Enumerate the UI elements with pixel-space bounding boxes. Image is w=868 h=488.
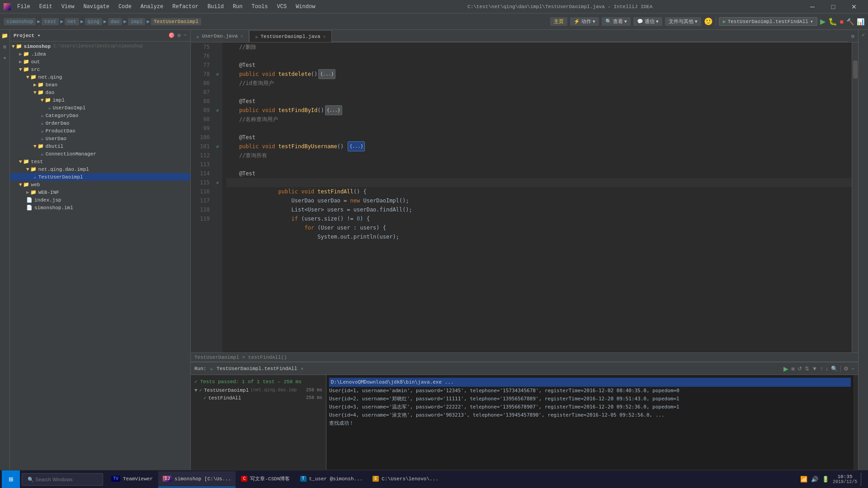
editor-settings-icon[interactable]: ⚙	[848, 30, 858, 42]
tree-item-root[interactable]: ▼ 📁 simonshop C:\Users\lenovo\Desktop\si…	[10, 42, 190, 50]
debug-btn[interactable]: 🐛	[828, 17, 837, 26]
act-favorites[interactable]: ★	[1, 53, 9, 61]
tree-item-webinf[interactable]: ▶ 📁 WEB-INF	[10, 188, 190, 196]
tree-item-src[interactable]: ▼ 📁 src	[10, 66, 190, 73]
menu-tools[interactable]: Tools	[249, 3, 271, 11]
run-close-tab[interactable]: ✕	[301, 366, 303, 371]
btn-zhuye[interactable]: 主页	[550, 17, 567, 26]
build-btn[interactable]: 🔨	[846, 18, 854, 25]
code-line-99	[226, 124, 852, 133]
sidebar-collapse-icon[interactable]: −	[184, 32, 187, 39]
run-config-selector[interactable]: ▶ TestUserDaoimpl.testFindAll ▾	[719, 17, 817, 26]
btn-action[interactable]: ⚡ 动作 ▾	[570, 17, 599, 26]
tree-item-dbutil[interactable]: ▼ 📁 dbutil	[10, 142, 190, 150]
sidebar-settings-icon[interactable]: ⚙	[178, 32, 181, 39]
tree-item-indexjsp[interactable]: 📄 index.jsp	[10, 196, 190, 204]
btn-files[interactable]: 文件与其他 ▾	[665, 17, 701, 26]
taskbar-item-tuser[interactable]: T t_user @simonsh...	[296, 471, 368, 488]
run-settings-btn[interactable]: ⚙	[844, 366, 849, 372]
menu-build[interactable]: Build	[205, 3, 226, 11]
start-button[interactable]: ⊞	[2, 470, 20, 488]
window-maximize[interactable]: □	[823, 0, 844, 14]
tree-item-test[interactable]: ▼ 📁 test	[10, 158, 190, 165]
btn-view[interactable]: 🔍 查看 ▾	[602, 17, 631, 26]
tray-network-icon[interactable]: 📶	[800, 476, 807, 483]
tree-item-web[interactable]: ▼ 📁 web	[10, 181, 190, 188]
window-close[interactable]: ✕	[844, 0, 864, 14]
tree-item-bean[interactable]: ▶ 📁 bean	[10, 81, 190, 89]
stop-btn[interactable]: ■	[840, 18, 844, 25]
menu-navigate[interactable]: Navigate	[80, 3, 112, 11]
tab-testuserdao-close[interactable]: ✕	[323, 34, 326, 39]
tab-userdao-close[interactable]: ✕	[241, 33, 243, 39]
sidebar-locate-icon[interactable]: 🎯	[168, 32, 175, 39]
run-pass-icon-2: ✓	[203, 395, 207, 401]
nav-dao[interactable]: dao	[108, 18, 123, 25]
window-minimize[interactable]: ─	[802, 0, 823, 14]
run-import-btn[interactable]: ↓	[826, 366, 828, 372]
nav-file[interactable]: TestUserDaoimpl	[151, 18, 201, 25]
taskbar-item-csdn[interactable]: C 写文章-CSDN博客	[236, 471, 294, 488]
console-scrollbar[interactable]	[854, 375, 858, 470]
nav-test[interactable]: test	[42, 18, 59, 25]
run-tree-testuserdaoimpl[interactable]: ▼ ✓ TestUserDaoimpl (net.qing.dao.imp 25…	[193, 386, 324, 394]
editor-scrollbar[interactable]	[852, 42, 858, 352]
tray-volume-icon[interactable]: 🔊	[811, 476, 818, 483]
tree-item-out[interactable]: ▶ 📁 out	[10, 58, 190, 66]
menu-run[interactable]: Run	[230, 3, 245, 11]
menu-refactor[interactable]: Refactor	[170, 3, 201, 11]
taskbar-item-explorer[interactable]: E C:\Users\lenovo\...	[368, 471, 443, 488]
run-btn[interactable]: ▶	[820, 17, 826, 26]
nav-simonshop[interactable]: simonshop	[4, 18, 36, 25]
menu-file[interactable]: File	[14, 3, 33, 11]
nav-impl[interactable]: impl	[128, 18, 145, 25]
tree-item-impl[interactable]: ▼ 📁 impl	[10, 96, 190, 104]
run-console[interactable]: D:\LenovoQMDownload\jdk8\bin\java.exe ..…	[326, 375, 854, 470]
tab-userdao[interactable]: ☕ UserDao.java ✕	[191, 30, 249, 42]
tree-item-userdaoimpl[interactable]: ☕ UserDaoImpl	[10, 104, 190, 112]
run-search-btn[interactable]: 🔍	[831, 366, 838, 372]
nav-net[interactable]: net	[65, 18, 79, 25]
menu-view[interactable]: View	[59, 3, 77, 11]
run-export-btn[interactable]: ↑	[820, 366, 823, 372]
nav-qing[interactable]: qing	[85, 18, 102, 25]
run-sort-btn[interactable]: ⇅	[805, 366, 809, 372]
tree-item-userdao[interactable]: ☕ UserDao	[10, 135, 190, 142]
output-line-5: 查找成功！	[329, 419, 851, 427]
tree-item-netqingdaoimpl[interactable]: ▼ 📁 net.qing.dao.impl	[10, 165, 190, 173]
tree-item-idea[interactable]: ▶ 📁 .idea	[10, 50, 190, 58]
clock[interactable]: 10:35 2018/12/5	[833, 474, 857, 484]
run-restore-btn[interactable]: ↺	[797, 366, 802, 372]
taskbar-search[interactable]	[22, 473, 103, 486]
tree-item-connectionmanager[interactable]: ☕ ConnectionManager	[10, 150, 190, 158]
ef-breadcrumb: TestUserDaoimpl > testFindAll()	[194, 355, 287, 360]
coverage-btn[interactable]: 📊	[857, 18, 864, 25]
tab-testuserdao[interactable]: ☕ TestUserDaoimpl.java ✕	[249, 30, 332, 42]
right-edge-checkmark[interactable]: ✓	[862, 32, 865, 38]
tree-item-testuserdaoimpl[interactable]: ☕ TestUserDaoimpl	[10, 173, 190, 181]
tray-show-desktop[interactable]	[861, 473, 863, 486]
btn-comm[interactable]: 💬 通信 ▾	[633, 17, 662, 26]
tree-item-netqing[interactable]: ▼ 📁 net.qing	[10, 73, 190, 81]
tree-item-dao[interactable]: ▼ 📁 dao	[10, 89, 190, 96]
tree-item-orderdao[interactable]: ☕ OrderDao	[10, 119, 190, 127]
tree-item-productdao[interactable]: ☕ ProductDao	[10, 127, 190, 135]
tree-item-categorydao[interactable]: ☕ CategoryDao	[10, 112, 190, 119]
menu-edit[interactable]: Edit	[37, 3, 55, 11]
code-content[interactable]: //删除 @Test public void testdelete(){...}…	[222, 42, 852, 352]
menu-analyze[interactable]: Analyze	[138, 3, 166, 11]
run-minimize-btn[interactable]: −	[851, 366, 854, 372]
tray-battery-icon[interactable]: 🔋	[822, 476, 829, 483]
run-tree-testfindall[interactable]: ✓ testFindAll 258 ms	[193, 394, 324, 402]
menu-window[interactable]: Window	[293, 3, 318, 11]
run-filter-btn[interactable]: ▼	[812, 366, 817, 372]
menu-code[interactable]: Code	[116, 3, 134, 11]
run-stop-btn[interactable]: ■	[791, 365, 795, 372]
run-rerun-btn[interactable]: ▶	[783, 365, 788, 372]
tree-item-simonshopxml[interactable]: 📄 simonshop.iml	[10, 204, 190, 211]
menu-vcs[interactable]: VCS	[274, 3, 290, 11]
act-project[interactable]: 📁	[1, 32, 9, 40]
taskbar-item-intellij[interactable]: IJ simonshop [C:\Us...	[158, 471, 236, 488]
act-structure[interactable]: ⊞	[1, 42, 9, 51]
taskbar-item-teamviewer[interactable]: TV TeamViewer	[107, 471, 157, 488]
